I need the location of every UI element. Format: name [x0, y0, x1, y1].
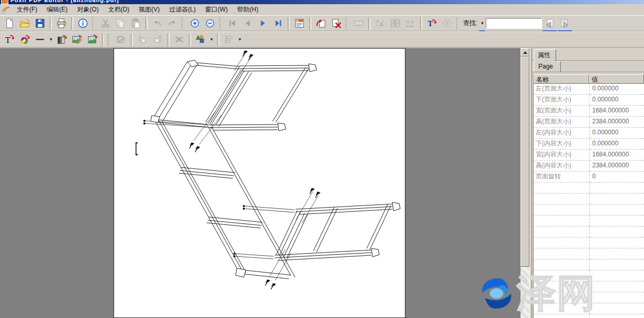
- rotate-right-button[interactable]: [150, 33, 165, 47]
- document-workspace[interactable]: [0, 48, 530, 318]
- insert-page-button[interactable]: [313, 17, 329, 30]
- line-tool-button[interactable]: [32, 33, 48, 47]
- shapes-tool-button[interactable]: [193, 33, 208, 47]
- pdf-page[interactable]: [114, 48, 405, 318]
- property-value[interactable]: [589, 303, 644, 314]
- color-tool-button[interactable]: [17, 33, 32, 47]
- info-button[interactable]: [75, 17, 91, 30]
- keyboard-button[interactable]: [351, 17, 366, 30]
- find-input[interactable]: [485, 18, 542, 29]
- find-next-button[interactable]: [557, 17, 572, 30]
- column-header-name[interactable]: 名称: [534, 74, 589, 84]
- shapes-dropdown-button[interactable]: ▼: [208, 33, 215, 47]
- undo-button[interactable]: [150, 17, 165, 30]
- paste-button[interactable]: [128, 17, 143, 30]
- property-name: 下(内容大小): [534, 139, 589, 149]
- property-value[interactable]: 0: [589, 172, 644, 182]
- menu-item-1[interactable]: 编辑(E): [42, 4, 72, 15]
- zoom-in-button[interactable]: [187, 17, 202, 30]
- property-row: [534, 205, 644, 215]
- toolbar-grip[interactable]: [92, 18, 95, 29]
- property-value[interactable]: [589, 270, 644, 281]
- menu-item-0[interactable]: 文件(F): [12, 4, 42, 15]
- redo-button[interactable]: [165, 17, 180, 30]
- property-row: 左(页面大小)0.000000: [534, 84, 644, 95]
- property-value[interactable]: 1684.000000: [589, 106, 644, 116]
- property-value[interactable]: [589, 226, 644, 237]
- menu-item-3[interactable]: 文档(D): [104, 4, 134, 15]
- toolbar-grip[interactable]: [219, 18, 222, 29]
- menu-item-2[interactable]: 对象(O): [72, 4, 103, 15]
- prev-page-button[interactable]: [240, 17, 255, 30]
- property-row: [534, 303, 644, 314]
- scroll-up-button[interactable]: [521, 48, 529, 56]
- scrollbar-thumb[interactable]: [521, 56, 529, 267]
- menu-item-6[interactable]: 窗口(W): [200, 4, 232, 15]
- find-dropdown-button[interactable]: ▼: [479, 17, 485, 30]
- property-value[interactable]: [589, 259, 644, 270]
- open-button[interactable]: [17, 17, 32, 30]
- menu-item-4[interactable]: 视图(V): [134, 4, 164, 15]
- delete-page-button[interactable]: [329, 17, 344, 30]
- property-value[interactable]: [589, 237, 644, 248]
- add-text-tool-button[interactable]: T: [2, 33, 17, 47]
- properties-title-tab[interactable]: 属性: [534, 49, 556, 62]
- replace-font-button[interactable]: AA: [372, 17, 388, 30]
- property-value[interactable]: [589, 281, 644, 292]
- first-page-button[interactable]: [225, 17, 240, 30]
- copy-button[interactable]: [113, 17, 128, 30]
- save-button[interactable]: [32, 17, 48, 30]
- property-value[interactable]: 0.000000: [589, 139, 644, 149]
- char-spacing-button[interactable]: AA: [403, 17, 418, 30]
- menu-item-7[interactable]: 帮助(H): [232, 4, 263, 15]
- property-value[interactable]: [589, 183, 644, 193]
- property-row: [534, 314, 644, 318]
- property-value[interactable]: [589, 314, 644, 318]
- property-name: [534, 194, 589, 204]
- next-page-button[interactable]: [255, 17, 270, 30]
- property-value[interactable]: 2384.000000: [589, 161, 644, 171]
- document-menu-icon[interactable]: [2, 6, 10, 14]
- menu-item-5[interactable]: 过滤器(L): [164, 4, 200, 15]
- fill-tool-button[interactable]: [54, 33, 70, 47]
- property-value[interactable]: 0.000000: [589, 95, 644, 105]
- toolbar-grip[interactable]: [108, 34, 111, 46]
- cut-button[interactable]: [98, 17, 113, 30]
- select-object-button[interactable]: [114, 33, 129, 47]
- vertical-scrollbar[interactable]: [521, 48, 529, 318]
- property-value[interactable]: 2384.000000: [589, 117, 644, 127]
- toolbar-grip[interactable]: [345, 18, 348, 29]
- column-header-value[interactable]: 值: [589, 74, 644, 84]
- property-value[interactable]: [589, 292, 644, 303]
- embed-font-button[interactable]: AA: [388, 17, 403, 30]
- add-image-button[interactable]: [85, 33, 100, 47]
- find-prev-button[interactable]: [542, 17, 557, 30]
- property-value[interactable]: 0.000000: [589, 128, 644, 138]
- property-name: [534, 270, 589, 281]
- property-value[interactable]: [589, 215, 644, 226]
- rotate-left-button[interactable]: [135, 33, 150, 47]
- delete-object-button[interactable]: [172, 33, 187, 47]
- text-object-button[interactable]: T: [439, 17, 455, 30]
- property-value[interactable]: [589, 194, 644, 204]
- property-value[interactable]: [589, 205, 644, 215]
- toolbar-grip[interactable]: [456, 18, 459, 29]
- new-document-button[interactable]: [2, 17, 17, 30]
- edit-image-button[interactable]: [70, 33, 85, 47]
- application-window: Foxit PDF Editor - [anzhuang.pdf] 文件(F)编…: [0, 0, 644, 318]
- print-button[interactable]: [54, 17, 69, 30]
- page-layout-button[interactable]: [292, 17, 307, 30]
- toolbar-grip[interactable]: [182, 18, 185, 29]
- align-dropdown-button[interactable]: ▼: [236, 33, 243, 47]
- zoom-out-button[interactable]: [202, 17, 218, 30]
- line-dropdown-button[interactable]: ▼: [48, 33, 54, 47]
- property-value[interactable]: 1684.000000: [589, 150, 644, 160]
- add-text-button[interactable]: T: [424, 17, 439, 30]
- property-value[interactable]: [589, 248, 644, 259]
- property-value[interactable]: 0.000000: [589, 84, 644, 94]
- last-page-button[interactable]: [270, 17, 286, 30]
- tab-page[interactable]: Page: [534, 61, 561, 72]
- align-button[interactable]: [221, 33, 236, 47]
- property-name: 高(内容大小): [534, 161, 589, 171]
- separator: [288, 17, 290, 30]
